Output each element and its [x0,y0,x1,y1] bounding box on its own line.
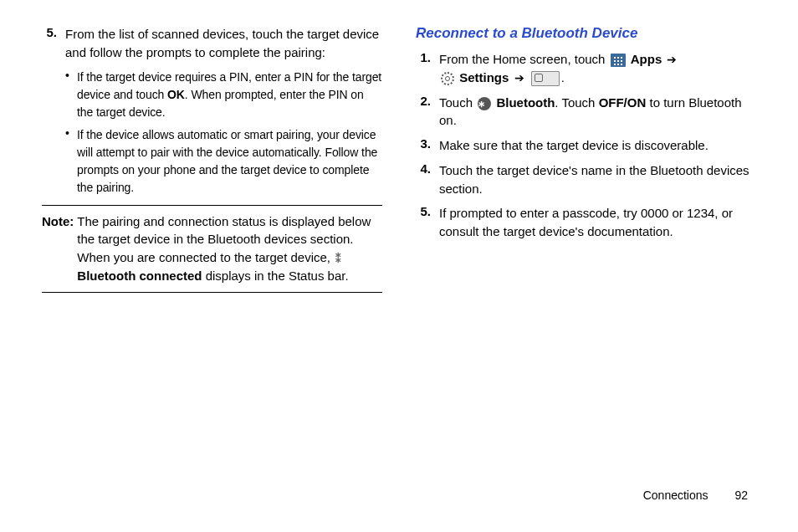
step-body: From the list of scanned devices, touch … [65,25,382,62]
rstep-3: 3. Make sure that the target device is d… [416,136,756,155]
right-column: Reconnect to a Bluetooth Device 1. From … [416,25,756,293]
apps-icon [611,54,626,67]
note-label: Note: [42,212,77,285]
settings-icon [441,72,454,85]
step-number: 4. [416,161,439,198]
bullet-1: • If the target device requires a PIN, e… [65,69,382,121]
step-body: Make sure that the target device is disc… [439,136,756,155]
text: . Touch [555,95,598,110]
step-body: Touch ∗ Bluetooth. Touch OFF/ON to turn … [439,94,756,130]
text: Touch [439,95,476,110]
rstep-4: 4. Touch the target device's name in the… [416,161,756,198]
note-block: Note: The pairing and connection status … [42,205,382,293]
step-5: 5. From the list of scanned devices, tou… [42,25,382,62]
settings-label: Settings [459,70,509,84]
step-number: 5. [42,25,65,62]
bullet-marker: • [65,69,77,121]
footer-section: Connections [643,489,708,502]
step-number: 5. [416,204,439,241]
rstep-5: 5. If prompted to enter a passcode, try … [416,204,756,241]
text: From the Home screen, touch [439,52,609,66]
section-heading: Reconnect to a Bluetooth Device [416,25,756,42]
step-body: From the Home screen, touch Apps ➔ Setti… [439,50,756,87]
bluetooth-connected-icon: ⁑ [335,253,347,264]
rstep-1: 1. From the Home screen, touch Apps ➔ Se… [416,50,756,87]
bullet-2: • If the device allows automatic or smar… [65,126,382,197]
ok-label: OK [167,88,185,101]
text: displays in the Status bar. [202,269,349,283]
bullet-body: If the target device requires a PIN, ent… [77,69,382,121]
bluetooth-icon: ∗ [478,97,491,110]
page-number: 92 [734,489,748,502]
bluetooth-connected-label: Bluetooth connected [77,269,202,283]
bullet-body: If the device allows automatic or smart … [77,126,382,197]
connections-tab-icon [531,71,560,86]
text: The pairing and connection status is dis… [77,214,371,265]
rstep-2: 2. Touch ∗ Bluetooth. Touch OFF/ON to tu… [416,94,756,130]
bullet-marker: • [65,126,77,197]
offon-label: OFF/ON [599,95,647,110]
step-number: 2. [416,94,439,130]
step-body: If prompted to enter a passcode, try 000… [439,204,756,241]
step-body: Touch the target device's name in the Bl… [439,161,756,198]
step-number: 1. [416,50,439,87]
note-body: The pairing and connection status is dis… [77,212,382,285]
bluetooth-label: Bluetooth [496,95,555,110]
page-columns: 5. From the list of scanned devices, tou… [42,25,756,293]
text: . [561,70,565,84]
left-column: 5. From the list of scanned devices, tou… [42,25,382,293]
apps-label: Apps [631,52,662,66]
page-footer: Connections 92 [643,489,748,502]
step-number: 3. [416,136,439,155]
arrow-icon: ➔ [513,71,526,84]
arrow-icon: ➔ [665,53,678,66]
